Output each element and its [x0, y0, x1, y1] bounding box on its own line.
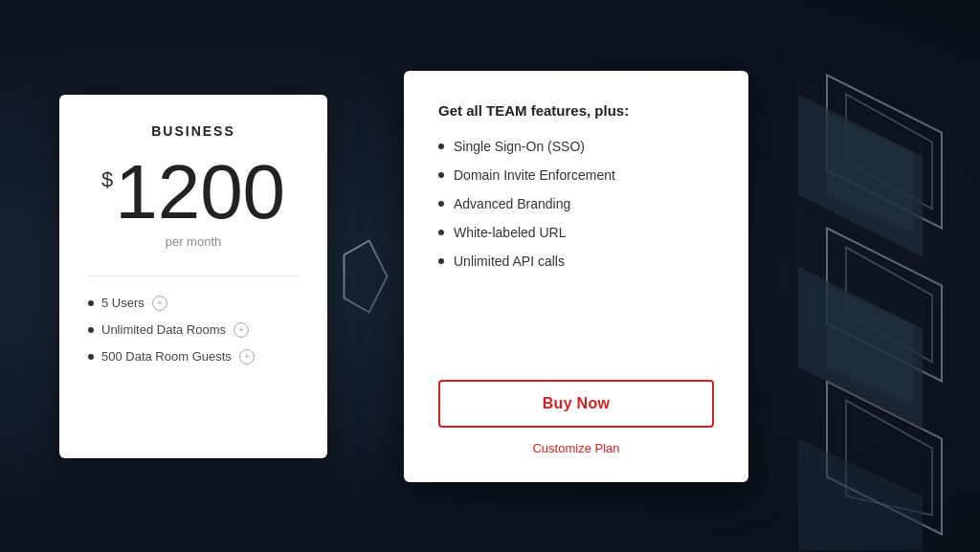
bullet-icon: [438, 144, 444, 149]
bullet-icon: [88, 300, 94, 306]
bullet-icon: [88, 354, 94, 360]
plan-name: BUSINESS: [88, 123, 299, 139]
content-area: BUSINESS $ 1200 per month 5 Users + Unli…: [59, 71, 921, 482]
list-item: Single Sign-On (SSO): [438, 139, 714, 154]
features-card-title: Get all TEAM features, plus:: [438, 101, 714, 121]
feature-label: Unlimited Data Rooms: [101, 322, 226, 337]
features-list: Single Sign-On (SSO) Domain Invite Enfor…: [438, 139, 714, 357]
bullet-icon: [438, 258, 444, 264]
connector-arrow: [327, 238, 404, 315]
feature-text: Domain Invite Enforcement: [454, 167, 615, 183]
feature-label: 5 Users: [101, 296, 145, 310]
feature-text: Unlimited API calls: [454, 254, 565, 269]
list-item: Unlimited API calls: [438, 254, 714, 269]
bullet-icon: [88, 327, 94, 333]
bullet-icon: [438, 230, 444, 235]
dollar-sign: $: [101, 167, 113, 192]
info-icon-0[interactable]: +: [152, 296, 167, 311]
info-icon-1[interactable]: +: [234, 322, 249, 338]
card-divider: [88, 276, 299, 276]
per-month-label: per month: [88, 234, 299, 249]
features-card: Get all TEAM features, plus: Single Sign…: [404, 71, 748, 482]
price-number: 1200: [115, 154, 285, 231]
feature-text: White-labeled URL: [454, 225, 567, 240]
customize-plan-link[interactable]: Customize Plan: [532, 441, 619, 455]
list-item: Advanced Branding: [438, 196, 714, 211]
feature-text: Single Sign-On (SSO): [454, 139, 585, 154]
list-item: Unlimited Data Rooms +: [88, 322, 299, 338]
list-item: 500 Data Room Guests +: [88, 349, 299, 364]
info-icon-2[interactable]: +: [239, 349, 255, 364]
bullet-icon: [438, 172, 444, 178]
pricing-feature-list: 5 Users + Unlimited Data Rooms + 500 Dat…: [88, 296, 299, 364]
list-item: White-labeled URL: [438, 225, 714, 240]
button-area: Buy Now Customize Plan: [438, 380, 714, 455]
feature-label: 500 Data Room Guests: [101, 349, 232, 364]
feature-text: Advanced Branding: [454, 196, 570, 211]
buy-now-button[interactable]: Buy Now: [438, 380, 714, 428]
bullet-icon: [438, 201, 444, 207]
list-item: Domain Invite Enforcement: [438, 167, 714, 183]
price-row: $ 1200: [88, 154, 299, 231]
pricing-card: BUSINESS $ 1200 per month 5 Users + Unli…: [59, 95, 327, 458]
list-item: 5 Users +: [88, 296, 299, 311]
